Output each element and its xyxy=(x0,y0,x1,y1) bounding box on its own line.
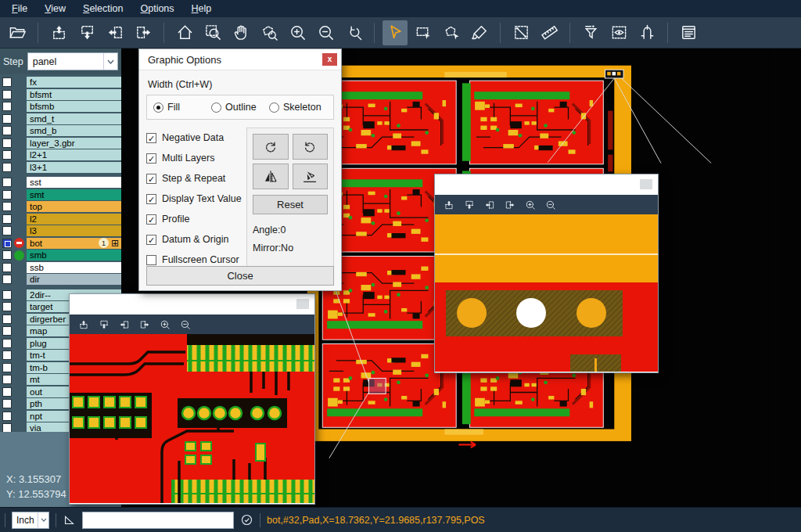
layer-row-top[interactable]: top xyxy=(27,201,121,212)
checkbox-profile[interactable]: ✓Profile xyxy=(146,209,246,229)
radio-circle[interactable] xyxy=(211,102,221,113)
close-icon[interactable]: x xyxy=(322,53,337,66)
zoom-previous-icon[interactable] xyxy=(341,20,366,45)
layer-row-smt[interactable]: smt xyxy=(27,189,121,200)
layer-checkbox-layer_3.gbr[interactable] xyxy=(2,138,12,148)
layer-checkbox-fx[interactable] xyxy=(2,77,12,87)
preview-right-titlebar[interactable] xyxy=(435,174,658,195)
ruler-icon[interactable] xyxy=(537,20,562,45)
layer-checkbox-top[interactable] xyxy=(2,202,12,211)
layer-checkbox-sst[interactable] xyxy=(2,178,12,187)
grid-icon[interactable]: ⊞ xyxy=(111,239,119,248)
radio-skeleton[interactable]: Skeleton xyxy=(269,102,327,113)
shift-right-icon[interactable] xyxy=(503,198,516,211)
layer-row-l3+1[interactable]: l3+1 xyxy=(27,162,121,173)
layer-checkbox-l2+1[interactable] xyxy=(2,150,12,160)
layer-checkbox-smb[interactable] xyxy=(2,250,12,260)
layer-checkbox-smt[interactable] xyxy=(2,190,12,200)
layer-row-fx[interactable]: fx xyxy=(27,77,121,88)
shift-up-icon[interactable] xyxy=(46,20,71,45)
measure-distance-icon[interactable] xyxy=(508,20,533,45)
home-icon[interactable] xyxy=(172,20,197,45)
dialog-titlebar[interactable]: Graphic Options x xyxy=(139,49,341,70)
shift-down-icon[interactable] xyxy=(462,198,476,211)
menu-file[interactable]: File xyxy=(3,0,36,17)
preview-left-titlebar[interactable] xyxy=(70,294,314,315)
layer-checkbox-dirgerber[interactable] xyxy=(2,315,12,324)
checkbox-step-repeat[interactable]: ✓Step & Repeat xyxy=(146,168,246,189)
checkbox-datum-origin[interactable]: ✓Datum & Origin xyxy=(146,229,246,250)
layer-checkbox-map[interactable] xyxy=(2,326,12,336)
checkbox-box[interactable]: ✓ xyxy=(146,235,156,245)
zoom-polygon-icon[interactable] xyxy=(257,20,282,45)
zoom-out-icon[interactable] xyxy=(178,318,192,331)
menu-selection[interactable]: Selection xyxy=(74,0,131,17)
layer-checkbox-dir[interactable] xyxy=(2,275,12,284)
layer-checkbox-mt[interactable] xyxy=(2,375,12,384)
radio-circle[interactable] xyxy=(269,102,279,113)
menu-view[interactable]: View xyxy=(36,0,74,17)
radio-circle[interactable] xyxy=(153,102,163,113)
layer-row-smd_t[interactable]: smd_t xyxy=(27,113,121,124)
layer-row-smb[interactable]: smb xyxy=(27,250,121,261)
layer-checkbox-bot[interactable] xyxy=(2,239,12,248)
layer-checkbox-l3+1[interactable] xyxy=(2,163,12,172)
zoom-in-icon[interactable] xyxy=(158,318,171,331)
shift-down-icon[interactable] xyxy=(74,20,99,45)
checkbox-box[interactable]: ✓ xyxy=(146,174,156,184)
layer-checkbox-2dir--[interactable] xyxy=(2,290,12,300)
layer-row-smd_b[interactable]: smd_b xyxy=(27,125,121,136)
select-polygon-icon[interactable] xyxy=(439,20,464,45)
checkbox-display-text-value[interactable]: ✓Display Text Value xyxy=(146,189,246,209)
shift-up-icon[interactable] xyxy=(77,318,90,331)
layer-checkbox-pth[interactable] xyxy=(2,399,12,408)
brush-icon[interactable] xyxy=(467,20,492,45)
checkbox-box[interactable]: ✓ xyxy=(146,133,156,143)
flip-horizontal-icon[interactable] xyxy=(253,164,289,189)
shift-right-icon[interactable] xyxy=(138,318,151,331)
layer-row-dir[interactable]: dir xyxy=(27,274,121,285)
shift-left-icon[interactable] xyxy=(483,198,496,211)
layer-checkbox-out[interactable] xyxy=(2,387,12,397)
window-button[interactable] xyxy=(296,299,309,309)
select-rect-icon[interactable] xyxy=(411,20,436,45)
select-arrow-icon[interactable] xyxy=(383,20,408,45)
preview-right-content[interactable] xyxy=(435,214,658,372)
zoom-in-icon[interactable] xyxy=(523,198,537,211)
zoom-window-icon[interactable] xyxy=(200,20,225,45)
close-button[interactable]: Close xyxy=(146,266,334,286)
layer-checkbox-bfsmb[interactable] xyxy=(2,102,12,111)
radio-fill[interactable]: Fill xyxy=(153,102,211,113)
window-button[interactable] xyxy=(640,179,652,189)
layer-checkbox-l2[interactable] xyxy=(2,214,12,224)
layer-row-sst[interactable]: sst xyxy=(27,177,121,188)
layer-checkbox-tm-t[interactable] xyxy=(2,350,12,360)
filter-icon[interactable] xyxy=(578,20,603,45)
menu-help[interactable]: Help xyxy=(183,0,221,17)
layer-checkbox-plug[interactable] xyxy=(2,339,12,348)
layer-checkbox-target[interactable] xyxy=(2,302,12,311)
layer-row-l3[interactable]: l3 xyxy=(27,225,121,236)
menu-options[interactable]: Options xyxy=(131,0,182,17)
checkbox-box[interactable]: ✓ xyxy=(146,194,156,204)
layer-checkbox-smd_b[interactable] xyxy=(2,126,12,135)
zoom-source-box-top[interactable] xyxy=(605,70,624,78)
layer-list-icon[interactable] xyxy=(676,20,701,45)
layer-row-ssb[interactable]: ssb xyxy=(27,262,121,273)
layer-checkbox-tm-b[interactable] xyxy=(2,363,12,372)
rotate-ccw-icon[interactable] xyxy=(293,134,329,160)
corner-triangle-icon[interactable] xyxy=(63,513,76,527)
layer-row-l2[interactable]: l2 xyxy=(27,214,121,225)
checkbox-box[interactable]: ✓ xyxy=(146,153,156,164)
layer-checkbox-ssb[interactable] xyxy=(2,263,12,272)
layer-row-bot[interactable]: bot1⊞ xyxy=(27,238,121,249)
layer-row-l2+1[interactable]: l2+1 xyxy=(27,149,121,160)
folder-open-icon[interactable] xyxy=(5,20,30,45)
checkbox-negative-data[interactable]: ✓Negative Data xyxy=(146,128,246,148)
preview-left-content[interactable] xyxy=(70,334,314,503)
layer-row-layer_3.gbr[interactable]: layer_3.gbr xyxy=(27,138,121,149)
zoom-out-icon[interactable] xyxy=(544,198,557,211)
snap-magnet-icon[interactable] xyxy=(634,20,659,45)
unit-select[interactable]: Inch xyxy=(12,512,49,529)
shift-down-icon[interactable] xyxy=(97,318,110,331)
